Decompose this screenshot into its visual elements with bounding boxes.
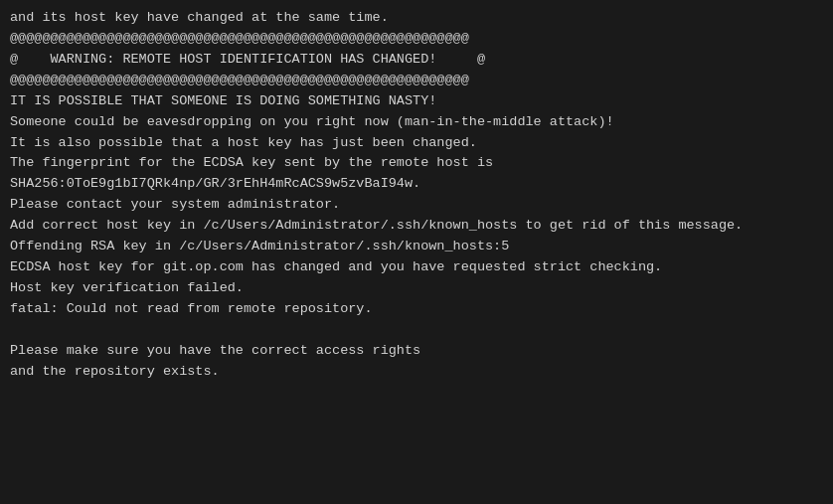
- terminal-line: IT IS POSSIBLE THAT SOMEONE IS DOING SOM…: [10, 91, 823, 112]
- terminal-output: and its host key have changed at the sam…: [10, 8, 823, 383]
- terminal-line: @@@@@@@@@@@@@@@@@@@@@@@@@@@@@@@@@@@@@@@@…: [10, 29, 823, 50]
- terminal-line: and the repository exists.: [10, 362, 823, 383]
- terminal-line: Please contact your system administrator…: [10, 195, 823, 216]
- terminal-line: Host key verification failed.: [10, 278, 823, 299]
- terminal-line: and its host key have changed at the sam…: [10, 8, 823, 29]
- terminal-line: Offending RSA key in /c/Users/Administra…: [10, 237, 823, 257]
- terminal-line: @@@@@@@@@@@@@@@@@@@@@@@@@@@@@@@@@@@@@@@@…: [10, 71, 823, 91]
- terminal-line: @ WARNING: REMOTE HOST IDENTIFICATION HA…: [10, 50, 823, 71]
- terminal-line: ECDSA host key for git.op.com has change…: [10, 257, 823, 278]
- terminal-line: Add correct host key in /c/Users/Adminis…: [10, 216, 823, 237]
- terminal-line: fatal: Could not read from remote reposi…: [10, 299, 823, 320]
- terminal-line: Someone could be eavesdropping on you ri…: [10, 112, 823, 133]
- terminal-line: Please make sure you have the correct ac…: [10, 341, 823, 362]
- terminal-empty-line: [10, 320, 823, 341]
- terminal-line: It is also possible that a host key has …: [10, 133, 823, 154]
- terminal-line: SHA256:0ToE9g1bI7QRk4np/GR/3rEhH4mRcACS9…: [10, 174, 823, 195]
- terminal-line: The fingerprint for the ECDSA key sent b…: [10, 153, 823, 174]
